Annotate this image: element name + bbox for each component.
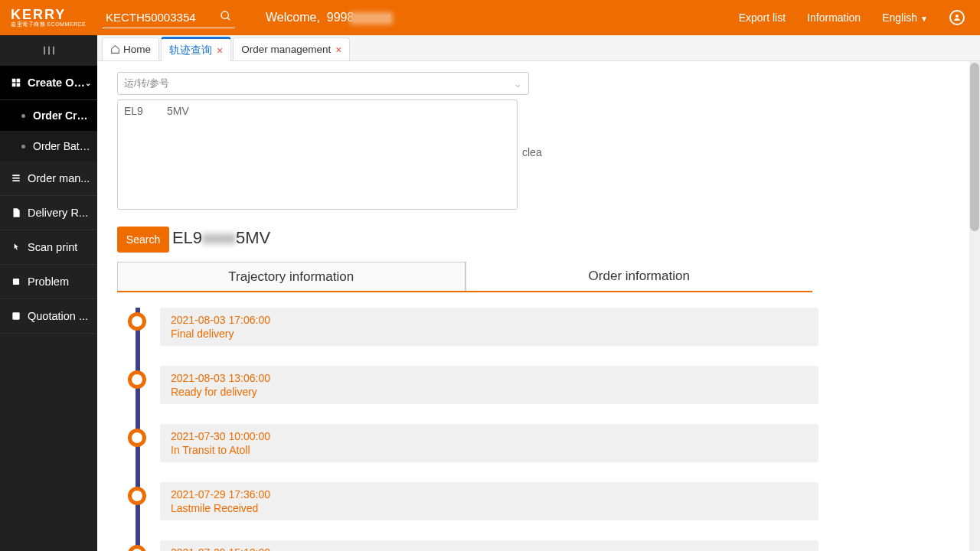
timeline-dot-icon bbox=[128, 487, 146, 505]
info-tabs: Trajectory information Order information bbox=[117, 262, 812, 292]
list-icon bbox=[11, 173, 21, 184]
timeline-status: Final delivery bbox=[171, 328, 808, 340]
content-area: 运/转/参号 ⌄ EL9 5MV clea Search EL9xxxx5MV … bbox=[97, 61, 980, 551]
timeline-card: 2021-07-30 10:00:00 In Transit to Atoll bbox=[160, 424, 818, 462]
chevron-down-icon: ▼ bbox=[920, 15, 928, 23]
clear-link[interactable]: clea bbox=[522, 146, 542, 158]
search-button[interactable]: Search bbox=[117, 227, 169, 253]
sidebar-subitem-order-create[interactable]: Order Create bbox=[0, 100, 97, 131]
chevron-down-icon: ⌄ bbox=[514, 78, 522, 90]
timeline-dot-icon bbox=[128, 312, 146, 331]
scrollbar[interactable] bbox=[969, 61, 980, 551]
timeline-time: 2021-08-03 13:06:00 bbox=[171, 372, 808, 384]
svg-rect-6 bbox=[12, 79, 16, 83]
timeline-time: 2021-07-29 15:12:00 bbox=[171, 546, 808, 551]
svg-rect-10 bbox=[12, 174, 19, 176]
tab-trajectory-info[interactable]: Trajectory information bbox=[117, 262, 466, 291]
timeline-time: 2021-08-03 17:06:00 bbox=[171, 314, 808, 326]
pointer-icon bbox=[11, 242, 21, 253]
bullet-icon bbox=[21, 145, 25, 148]
svg-rect-8 bbox=[12, 83, 16, 87]
timeline-time: 2021-07-29 17:36:00 bbox=[171, 488, 808, 500]
timeline-item: 2021-08-03 17:06:00 Final delivery bbox=[128, 308, 829, 346]
timeline-item: 2021-08-03 13:06:00 Ready for delivery bbox=[128, 366, 829, 404]
header-search-input[interactable] bbox=[103, 7, 235, 28]
welcome-text: Welcome, 9998xxxxxx bbox=[266, 11, 390, 24]
reference-type-select[interactable]: 运/转/参号 ⌄ bbox=[117, 72, 529, 95]
chevron-down-icon: ⌄ bbox=[85, 79, 91, 87]
language-switcher[interactable]: English▼ bbox=[882, 11, 928, 24]
information-link[interactable]: Information bbox=[807, 11, 861, 24]
tab-track-query[interactable]: 轨迹查询 × bbox=[161, 37, 231, 61]
timeline-item: 2021-07-29 15:12:00 bbox=[128, 540, 829, 551]
warning-icon bbox=[11, 276, 21, 287]
timeline-card: 2021-08-03 17:06:00 Final delivery bbox=[160, 308, 818, 346]
close-icon[interactable]: × bbox=[217, 45, 223, 56]
top-header: KERRY 嘉里電子商務 ECOMMERCE Welcome, 9998xxxx… bbox=[0, 0, 980, 35]
tracking-number-heading: EL9xxxx5MV bbox=[172, 228, 270, 248]
sidebar-item-delivery[interactable]: Delivery R... bbox=[0, 196, 97, 230]
timeline: 2021-08-03 17:06:00 Final delivery 2021-… bbox=[128, 308, 829, 551]
bullet-icon bbox=[21, 114, 25, 118]
svg-rect-14 bbox=[12, 312, 19, 319]
tab-order-info[interactable]: Order information bbox=[466, 262, 813, 291]
timeline-time: 2021-07-30 10:00:00 bbox=[171, 430, 808, 442]
svg-rect-12 bbox=[12, 180, 19, 181]
user-avatar-icon[interactable] bbox=[949, 10, 965, 25]
quote-icon bbox=[11, 311, 21, 321]
timeline-card: 2021-07-29 17:36:00 Lastmile Received bbox=[160, 482, 818, 520]
close-icon[interactable]: × bbox=[335, 44, 341, 55]
sidebar-item-scan-print[interactable]: Scan print bbox=[0, 230, 97, 265]
sidebar-item-quotation[interactable]: Quotation ... bbox=[0, 299, 97, 334]
main-area: Home 轨迹查询 × Order management × 运/转/参号 ⌄ … bbox=[97, 35, 980, 551]
logo-text: KERRY bbox=[11, 8, 87, 21]
sidebar-item-create-order[interactable]: Create Order ⌄ bbox=[0, 66, 97, 100]
search-icon[interactable] bbox=[220, 10, 232, 22]
logo[interactable]: KERRY 嘉里電子商務 ECOMMERCE bbox=[11, 5, 87, 31]
sidebar-item-order-manage[interactable]: Order man... bbox=[0, 161, 97, 196]
header-search-wrap bbox=[103, 7, 235, 28]
timeline-status: Lastmile Received bbox=[171, 502, 808, 514]
sidebar-subitem-order-batch[interactable]: Order Batc... bbox=[0, 131, 97, 161]
svg-point-0 bbox=[221, 11, 228, 18]
timeline-dot-icon bbox=[128, 545, 146, 551]
scrollbar-thumb[interactable] bbox=[970, 63, 979, 231]
tab-order-management[interactable]: Order management × bbox=[233, 37, 350, 60]
timeline-item: 2021-07-30 10:00:00 In Transit to Atoll bbox=[128, 424, 829, 462]
home-icon bbox=[110, 44, 120, 54]
tracking-number-textarea[interactable]: EL9 5MV bbox=[117, 99, 518, 210]
svg-rect-9 bbox=[17, 83, 21, 87]
tab-home[interactable]: Home bbox=[102, 37, 159, 60]
sidebar: Create Order ⌄ Order Create Order Batc..… bbox=[0, 35, 97, 551]
plus-box-icon bbox=[11, 77, 21, 88]
timeline-item: 2021-07-29 17:36:00 Lastmile Received bbox=[128, 482, 829, 520]
logo-subtext: 嘉里電子商務 ECOMMERCE bbox=[11, 21, 87, 28]
timeline-status: In Transit to Atoll bbox=[171, 444, 808, 456]
export-list-link[interactable]: Export list bbox=[739, 11, 786, 24]
timeline-card: 2021-08-03 13:06:00 Ready for delivery bbox=[160, 366, 818, 404]
sidebar-collapse-button[interactable] bbox=[0, 35, 97, 66]
svg-rect-7 bbox=[17, 79, 21, 83]
timeline-dot-icon bbox=[128, 370, 146, 389]
svg-line-1 bbox=[227, 18, 230, 20]
document-icon bbox=[11, 207, 21, 218]
svg-rect-11 bbox=[12, 178, 19, 179]
svg-rect-13 bbox=[13, 279, 19, 285]
timeline-status: Ready for delivery bbox=[171, 386, 808, 398]
tabs-bar: Home 轨迹查询 × Order management × bbox=[97, 35, 980, 61]
svg-point-2 bbox=[956, 15, 959, 18]
timeline-card: 2021-07-29 15:12:00 bbox=[160, 540, 818, 551]
sidebar-item-problem[interactable]: Problem bbox=[0, 265, 97, 299]
timeline-dot-icon bbox=[128, 429, 146, 447]
